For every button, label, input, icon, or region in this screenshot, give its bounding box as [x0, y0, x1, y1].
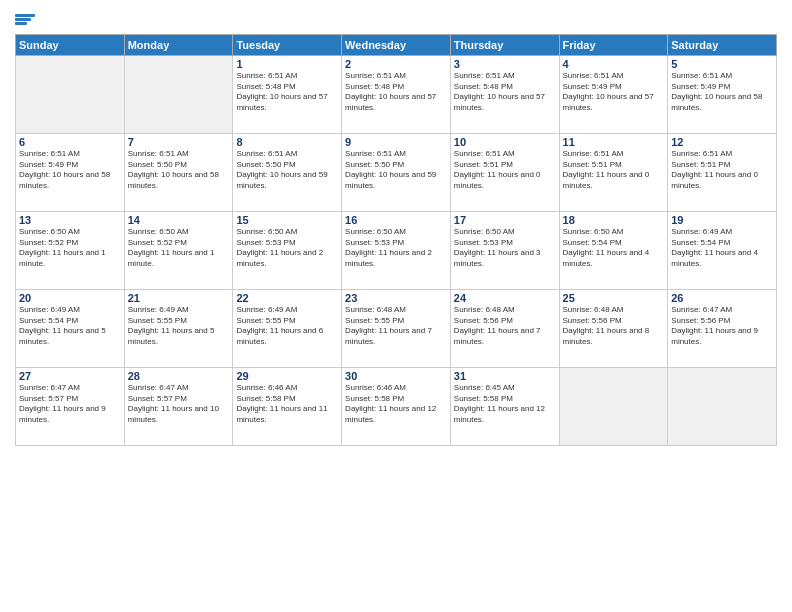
table-row: 15Sunrise: 6:50 AM Sunset: 5:53 PM Dayli…	[233, 211, 342, 289]
calendar-week-row: 6Sunrise: 6:51 AM Sunset: 5:49 PM Daylig…	[16, 133, 777, 211]
table-row	[559, 367, 668, 445]
table-row: 19Sunrise: 6:49 AM Sunset: 5:54 PM Dayli…	[668, 211, 777, 289]
day-number: 7	[128, 136, 230, 148]
day-info: Sunrise: 6:47 AM Sunset: 5:56 PM Dayligh…	[671, 305, 773, 348]
day-number: 5	[671, 58, 773, 70]
day-info: Sunrise: 6:51 AM Sunset: 5:50 PM Dayligh…	[345, 149, 447, 192]
header	[15, 10, 777, 30]
day-number: 24	[454, 292, 556, 304]
day-info: Sunrise: 6:51 AM Sunset: 5:49 PM Dayligh…	[19, 149, 121, 192]
day-number: 18	[563, 214, 665, 226]
day-number: 11	[563, 136, 665, 148]
table-row: 17Sunrise: 6:50 AM Sunset: 5:53 PM Dayli…	[450, 211, 559, 289]
day-number: 20	[19, 292, 121, 304]
day-info: Sunrise: 6:50 AM Sunset: 5:54 PM Dayligh…	[563, 227, 665, 270]
col-thursday: Thursday	[450, 34, 559, 55]
col-friday: Friday	[559, 34, 668, 55]
calendar-header-row: Sunday Monday Tuesday Wednesday Thursday…	[16, 34, 777, 55]
table-row: 20Sunrise: 6:49 AM Sunset: 5:54 PM Dayli…	[16, 289, 125, 367]
table-row: 25Sunrise: 6:48 AM Sunset: 5:56 PM Dayli…	[559, 289, 668, 367]
day-number: 23	[345, 292, 447, 304]
table-row: 14Sunrise: 6:50 AM Sunset: 5:52 PM Dayli…	[124, 211, 233, 289]
col-sunday: Sunday	[16, 34, 125, 55]
day-info: Sunrise: 6:47 AM Sunset: 5:57 PM Dayligh…	[128, 383, 230, 426]
calendar-week-row: 13Sunrise: 6:50 AM Sunset: 5:52 PM Dayli…	[16, 211, 777, 289]
table-row: 26Sunrise: 6:47 AM Sunset: 5:56 PM Dayli…	[668, 289, 777, 367]
day-info: Sunrise: 6:51 AM Sunset: 5:50 PM Dayligh…	[236, 149, 338, 192]
day-info: Sunrise: 6:51 AM Sunset: 5:51 PM Dayligh…	[563, 149, 665, 192]
table-row: 16Sunrise: 6:50 AM Sunset: 5:53 PM Dayli…	[342, 211, 451, 289]
day-info: Sunrise: 6:51 AM Sunset: 5:50 PM Dayligh…	[128, 149, 230, 192]
col-tuesday: Tuesday	[233, 34, 342, 55]
table-row: 27Sunrise: 6:47 AM Sunset: 5:57 PM Dayli…	[16, 367, 125, 445]
day-info: Sunrise: 6:50 AM Sunset: 5:53 PM Dayligh…	[454, 227, 556, 270]
day-info: Sunrise: 6:51 AM Sunset: 5:48 PM Dayligh…	[454, 71, 556, 114]
day-number: 15	[236, 214, 338, 226]
day-info: Sunrise: 6:46 AM Sunset: 5:58 PM Dayligh…	[345, 383, 447, 426]
day-number: 13	[19, 214, 121, 226]
table-row: 22Sunrise: 6:49 AM Sunset: 5:55 PM Dayli…	[233, 289, 342, 367]
day-info: Sunrise: 6:49 AM Sunset: 5:54 PM Dayligh…	[671, 227, 773, 270]
calendar-week-row: 20Sunrise: 6:49 AM Sunset: 5:54 PM Dayli…	[16, 289, 777, 367]
day-number: 2	[345, 58, 447, 70]
day-info: Sunrise: 6:48 AM Sunset: 5:56 PM Dayligh…	[563, 305, 665, 348]
day-number: 26	[671, 292, 773, 304]
day-number: 25	[563, 292, 665, 304]
table-row: 1Sunrise: 6:51 AM Sunset: 5:48 PM Daylig…	[233, 55, 342, 133]
calendar-week-row: 1Sunrise: 6:51 AM Sunset: 5:48 PM Daylig…	[16, 55, 777, 133]
day-info: Sunrise: 6:50 AM Sunset: 5:53 PM Dayligh…	[345, 227, 447, 270]
day-info: Sunrise: 6:50 AM Sunset: 5:52 PM Dayligh…	[19, 227, 121, 270]
day-info: Sunrise: 6:51 AM Sunset: 5:49 PM Dayligh…	[563, 71, 665, 114]
logo	[15, 10, 37, 30]
table-row: 2Sunrise: 6:51 AM Sunset: 5:48 PM Daylig…	[342, 55, 451, 133]
table-row: 12Sunrise: 6:51 AM Sunset: 5:51 PM Dayli…	[668, 133, 777, 211]
day-info: Sunrise: 6:49 AM Sunset: 5:55 PM Dayligh…	[236, 305, 338, 348]
day-number: 30	[345, 370, 447, 382]
day-info: Sunrise: 6:49 AM Sunset: 5:55 PM Dayligh…	[128, 305, 230, 348]
logo-graphic	[15, 14, 35, 25]
day-number: 17	[454, 214, 556, 226]
day-info: Sunrise: 6:51 AM Sunset: 5:48 PM Dayligh…	[345, 71, 447, 114]
table-row: 24Sunrise: 6:48 AM Sunset: 5:56 PM Dayli…	[450, 289, 559, 367]
table-row: 23Sunrise: 6:48 AM Sunset: 5:55 PM Dayli…	[342, 289, 451, 367]
col-wednesday: Wednesday	[342, 34, 451, 55]
day-number: 14	[128, 214, 230, 226]
col-monday: Monday	[124, 34, 233, 55]
day-info: Sunrise: 6:49 AM Sunset: 5:54 PM Dayligh…	[19, 305, 121, 348]
table-row: 8Sunrise: 6:51 AM Sunset: 5:50 PM Daylig…	[233, 133, 342, 211]
day-info: Sunrise: 6:47 AM Sunset: 5:57 PM Dayligh…	[19, 383, 121, 426]
table-row: 13Sunrise: 6:50 AM Sunset: 5:52 PM Dayli…	[16, 211, 125, 289]
table-row: 31Sunrise: 6:45 AM Sunset: 5:58 PM Dayli…	[450, 367, 559, 445]
table-row	[668, 367, 777, 445]
day-number: 29	[236, 370, 338, 382]
day-number: 12	[671, 136, 773, 148]
day-number: 3	[454, 58, 556, 70]
day-number: 8	[236, 136, 338, 148]
day-number: 22	[236, 292, 338, 304]
calendar-week-row: 27Sunrise: 6:47 AM Sunset: 5:57 PM Dayli…	[16, 367, 777, 445]
table-row: 30Sunrise: 6:46 AM Sunset: 5:58 PM Dayli…	[342, 367, 451, 445]
table-row: 28Sunrise: 6:47 AM Sunset: 5:57 PM Dayli…	[124, 367, 233, 445]
calendar-table: Sunday Monday Tuesday Wednesday Thursday…	[15, 34, 777, 446]
day-info: Sunrise: 6:51 AM Sunset: 5:51 PM Dayligh…	[454, 149, 556, 192]
table-row	[16, 55, 125, 133]
table-row: 29Sunrise: 6:46 AM Sunset: 5:58 PM Dayli…	[233, 367, 342, 445]
table-row: 3Sunrise: 6:51 AM Sunset: 5:48 PM Daylig…	[450, 55, 559, 133]
col-saturday: Saturday	[668, 34, 777, 55]
table-row	[124, 55, 233, 133]
day-info: Sunrise: 6:48 AM Sunset: 5:55 PM Dayligh…	[345, 305, 447, 348]
day-number: 6	[19, 136, 121, 148]
day-info: Sunrise: 6:51 AM Sunset: 5:48 PM Dayligh…	[236, 71, 338, 114]
table-row: 5Sunrise: 6:51 AM Sunset: 5:49 PM Daylig…	[668, 55, 777, 133]
page: Sunday Monday Tuesday Wednesday Thursday…	[0, 0, 792, 612]
day-info: Sunrise: 6:51 AM Sunset: 5:51 PM Dayligh…	[671, 149, 773, 192]
day-number: 27	[19, 370, 121, 382]
table-row: 4Sunrise: 6:51 AM Sunset: 5:49 PM Daylig…	[559, 55, 668, 133]
day-number: 21	[128, 292, 230, 304]
day-number: 4	[563, 58, 665, 70]
table-row: 21Sunrise: 6:49 AM Sunset: 5:55 PM Dayli…	[124, 289, 233, 367]
day-info: Sunrise: 6:46 AM Sunset: 5:58 PM Dayligh…	[236, 383, 338, 426]
day-number: 16	[345, 214, 447, 226]
table-row: 18Sunrise: 6:50 AM Sunset: 5:54 PM Dayli…	[559, 211, 668, 289]
day-number: 31	[454, 370, 556, 382]
